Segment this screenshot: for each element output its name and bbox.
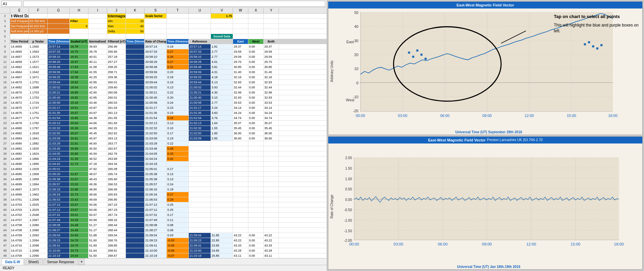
- cell: 18.38: [70, 75, 88, 80]
- cell: -0.03: [167, 238, 189, 243]
- cell: 0.42: [167, 156, 189, 161]
- cell: 21:09:41: [189, 243, 211, 248]
- cell: 20.66: [70, 151, 88, 156]
- col-header-W[interactable]: W: [233, 7, 248, 13]
- row-number: 35: [0, 182, 10, 187]
- tab-sheet1[interactable]: Sheet1: [24, 259, 43, 265]
- cell: 14.4670: [10, 80, 29, 85]
- col-header-T[interactable]: T: [167, 7, 189, 13]
- tab-sensor-response[interactable]: Sensor Response: [44, 259, 78, 265]
- top-chart[interactable]: East-West Magnetic Field Vector Arbitrar…: [328, 1, 643, 135]
- cell: [264, 207, 279, 212]
- cell: [211, 177, 233, 182]
- cell: 21:10:00: [189, 248, 211, 253]
- cell: 21:06:16: [145, 187, 167, 192]
- row-number: 44: [0, 228, 10, 233]
- col-header-F[interactable]: F: [29, 7, 48, 13]
- cell: 51.69: [88, 243, 107, 248]
- cell: [126, 75, 145, 80]
- col-header-S[interactable]: S: [145, 7, 167, 13]
- header-reference: Reference: [189, 39, 211, 44]
- top-chart-title: East-West Magnetic Field Vector: [328, 2, 642, 9]
- table-row: 4914.47091.209021:10:1924.6451.50268.672…: [0, 253, 327, 258]
- row-number: 31: [0, 162, 10, 166]
- cell: 14.4695: [10, 172, 29, 176]
- cell: 14.4707: [10, 218, 29, 222]
- cell: 36.00: [264, 131, 279, 136]
- add-sheet-button[interactable]: +: [79, 259, 85, 265]
- cell: [248, 207, 264, 212]
- cell: [48, 34, 70, 39]
- tab-data-ew[interactable]: Data E-W: [1, 259, 24, 265]
- svg-text:15:00: 15:00: [571, 242, 580, 246]
- cell: [264, 228, 279, 233]
- cell: [248, 146, 264, 151]
- cell: 3.81: [211, 65, 233, 69]
- cell: 17.94: [70, 70, 88, 74]
- cell: 21:01:17: [189, 105, 211, 110]
- cell: 268.76: [107, 238, 126, 243]
- cell: 266.53: [107, 182, 126, 187]
- cell: 0.13: [167, 85, 189, 90]
- row-number: 14: [0, 75, 10, 80]
- col-header-X[interactable]: X: [248, 7, 264, 13]
- row-number: 5: [0, 29, 10, 34]
- table-row: 3514.46991.199421:05:5723.2049.36266.532…: [0, 182, 327, 187]
- col-header-U[interactable]: U: [189, 7, 211, 13]
- col-header-J[interactable]: J: [107, 7, 126, 13]
- cell: 0.00: [248, 131, 264, 136]
- svg-text:-20: -20: [353, 109, 359, 113]
- cell: 268.44: [107, 228, 126, 233]
- svg-text:30: 30: [354, 39, 358, 43]
- cell: 21:06:34: [145, 192, 167, 197]
- bottom-chart[interactable]: East-West Magnetic Field Vector Preston …: [328, 136, 643, 270]
- top-chart-inner: 50 40 30 20 10 0: [335, 9, 642, 135]
- cell: 23.67: [70, 207, 88, 212]
- cell: 34.24: [233, 111, 248, 115]
- col-header-V[interactable]: V: [211, 7, 233, 13]
- cell: [233, 207, 248, 212]
- cell: [264, 146, 279, 151]
- col-header-G[interactable]: G: [48, 7, 70, 13]
- status-bar: READY: [0, 265, 327, 271]
- col-header-I[interactable]: I: [88, 7, 107, 13]
- cell: [126, 146, 145, 151]
- col-header-H[interactable]: H: [70, 7, 88, 13]
- cell: [126, 228, 145, 233]
- bottom-chart-x-label: Universal Time (UT) Jan 18th-19th 2016: [335, 265, 642, 269]
- col-header-E[interactable]: E: [10, 7, 29, 13]
- cell: 14.4682: [10, 85, 29, 90]
- col-header-Y[interactable]: Y: [264, 7, 279, 13]
- cell: 20:59:06: [145, 70, 167, 74]
- cell: 46.60: [88, 141, 107, 146]
- table-row: 4 Set Frequency 68.620 kHz 8 Max 40: [0, 24, 327, 29]
- cell: 30.85: [264, 65, 279, 69]
- cell-reference-input[interactable]: [1, 1, 22, 7]
- cell: 42.90: [88, 90, 107, 95]
- cell: 24.70: [70, 238, 88, 243]
- row-number: 13: [0, 70, 10, 74]
- cell: 31.40: [264, 70, 279, 74]
- svg-text:10: 10: [354, 67, 358, 71]
- cell: 262.76: [107, 151, 126, 156]
- cell: 22.67: [70, 177, 88, 182]
- max-label: Max: [107, 24, 126, 29]
- formula-input[interactable]: [23, 1, 325, 7]
- cell: [126, 223, 145, 227]
- cell: 21.61: [70, 141, 88, 146]
- header-time-period: Time Period µs: [10, 39, 29, 44]
- cell: [189, 213, 211, 217]
- cell: 21:03:28: [48, 141, 70, 146]
- cell: [70, 29, 88, 34]
- cell: 0.19: [167, 80, 189, 85]
- table-row: 2914.46821.182421:04:0520.6645.59262.762…: [0, 151, 327, 156]
- scale-factor-value: 1.75: [211, 14, 233, 18]
- cell: 20:58:29: [145, 60, 167, 64]
- svg-text:East: East: [346, 40, 354, 44]
- cell: 22.85: [211, 238, 233, 243]
- cell: 0.27: [167, 49, 189, 54]
- cell: 1.2094: [29, 238, 48, 243]
- cell: 21:08:08: [145, 223, 167, 227]
- cell: 34.14: [233, 105, 248, 110]
- col-header-K[interactable]: K: [126, 7, 145, 13]
